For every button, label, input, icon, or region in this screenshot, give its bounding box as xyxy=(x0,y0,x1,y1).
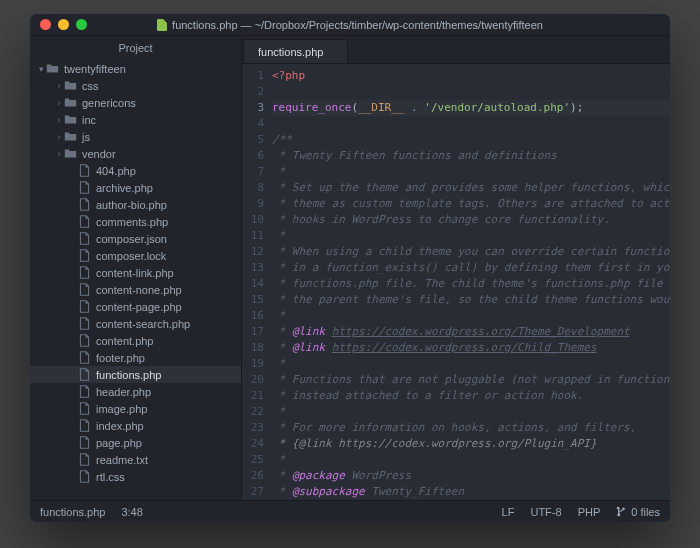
status-eol[interactable]: LF xyxy=(502,506,515,518)
line-number[interactable]: 12 xyxy=(242,244,264,260)
code-line[interactable]: * in a function_exists() call) by defini… xyxy=(272,260,670,276)
code-line[interactable]: * functions.php file. The child theme's … xyxy=(272,276,670,292)
status-git[interactable]: 0 files xyxy=(616,506,660,518)
code-editor[interactable]: 1234567891011121314151617181920212223242… xyxy=(242,64,670,500)
chevron-right-icon[interactable]: › xyxy=(54,149,64,159)
chevron-right-icon[interactable]: › xyxy=(54,81,64,91)
status-encoding[interactable]: UTF-8 xyxy=(530,506,561,518)
tree-file-header-php[interactable]: header.php xyxy=(30,383,241,400)
code-line[interactable]: * instead attached to a filter or action… xyxy=(272,388,670,404)
status-cursor-pos[interactable]: 3:48 xyxy=(121,506,142,518)
tree-file-image-php[interactable]: image.php xyxy=(30,400,241,417)
line-number[interactable]: 6 xyxy=(242,148,264,164)
tree-file-content-search-php[interactable]: content-search.php xyxy=(30,315,241,332)
line-number[interactable]: 22 xyxy=(242,404,264,420)
code-line[interactable]: * xyxy=(272,308,670,324)
code-line[interactable]: /** xyxy=(272,132,670,148)
line-number[interactable]: 9 xyxy=(242,196,264,212)
code-line[interactable]: * For more information on hooks, actions… xyxy=(272,420,670,436)
code-line[interactable]: * @link https://codex.wordpress.org/Them… xyxy=(272,324,670,340)
line-number[interactable]: 7 xyxy=(242,164,264,180)
code-line[interactable]: * the parent theme's file, so the child … xyxy=(272,292,670,308)
tree-file-footer-php[interactable]: footer.php xyxy=(30,349,241,366)
line-number[interactable]: 23 xyxy=(242,420,264,436)
minimize-icon[interactable] xyxy=(58,19,69,30)
tree-file-functions-php[interactable]: functions.php xyxy=(30,366,241,383)
tree-file-composer-lock[interactable]: composer.lock xyxy=(30,247,241,264)
code-line[interactable]: * theme as custom template tags. Others … xyxy=(272,196,670,212)
tree-folder-vendor[interactable]: ›vendor xyxy=(30,145,241,162)
file-tree[interactable]: ▾twentyfifteen›css›genericons›inc›js›ven… xyxy=(30,60,241,500)
code-line[interactable]: * @package WordPress xyxy=(272,468,670,484)
line-number[interactable]: 13 xyxy=(242,260,264,276)
line-number[interactable]: 8 xyxy=(242,180,264,196)
line-number[interactable]: 2 xyxy=(242,84,264,100)
code-line[interactable]: * @link https://codex.wordpress.org/Chil… xyxy=(272,340,670,356)
code-line[interactable]: * xyxy=(272,404,670,420)
status-file[interactable]: functions.php xyxy=(40,506,105,518)
tab-functions-php[interactable]: functions.php xyxy=(243,39,348,63)
tree-file-archive-php[interactable]: archive.php xyxy=(30,179,241,196)
tree-folder-js[interactable]: ›js xyxy=(30,128,241,145)
tree-file-content-page-php[interactable]: content-page.php xyxy=(30,298,241,315)
tab-bar[interactable]: functions.php xyxy=(242,36,670,64)
tree-file-page-php[interactable]: page.php xyxy=(30,434,241,451)
line-number[interactable]: 26 xyxy=(242,468,264,484)
line-number[interactable]: 17 xyxy=(242,324,264,340)
code-line[interactable]: * xyxy=(272,452,670,468)
maximize-icon[interactable] xyxy=(76,19,87,30)
tree-file-content-php[interactable]: content.php xyxy=(30,332,241,349)
code-line[interactable] xyxy=(272,116,670,132)
code-line[interactable]: * xyxy=(272,356,670,372)
line-number[interactable]: 24 xyxy=(242,436,264,452)
code-line[interactable]: * xyxy=(272,164,670,180)
code-line[interactable] xyxy=(272,84,670,100)
tree-file-composer-json[interactable]: composer.json xyxy=(30,230,241,247)
line-number[interactable]: 20 xyxy=(242,372,264,388)
line-number[interactable]: 19 xyxy=(242,356,264,372)
code-line[interactable]: * When using a child theme you can overr… xyxy=(272,244,670,260)
tree-folder-css[interactable]: ›css xyxy=(30,77,241,94)
code-line[interactable]: * Twenty Fifteen functions and definitio… xyxy=(272,148,670,164)
tree-file-index-php[interactable]: index.php xyxy=(30,417,241,434)
line-number[interactable]: 11 xyxy=(242,228,264,244)
code-line[interactable]: * hooks in WordPress to change core func… xyxy=(272,212,670,228)
code-line[interactable]: * @subpackage Twenty_Fifteen xyxy=(272,484,670,500)
titlebar[interactable]: functions.php — ~/Dropbox/Projects/timbe… xyxy=(30,14,670,36)
status-language[interactable]: PHP xyxy=(578,506,601,518)
tree-file-content-none-php[interactable]: content-none.php xyxy=(30,281,241,298)
line-number[interactable]: 10 xyxy=(242,212,264,228)
tree-folder-genericons[interactable]: ›genericons xyxy=(30,94,241,111)
tree-file-content-link-php[interactable]: content-link.php xyxy=(30,264,241,281)
tree-file-comments-php[interactable]: comments.php xyxy=(30,213,241,230)
line-number[interactable]: 1 xyxy=(242,68,264,84)
line-number[interactable]: 25 xyxy=(242,452,264,468)
code-line[interactable]: require_once(__DIR__ . '/vendor/autoload… xyxy=(272,100,670,116)
chevron-right-icon[interactable]: › xyxy=(54,98,64,108)
line-number[interactable]: 14 xyxy=(242,276,264,292)
tree-file-rtl-css[interactable]: rtl.css xyxy=(30,468,241,485)
line-number[interactable]: 16 xyxy=(242,308,264,324)
tree-folder-inc[interactable]: ›inc xyxy=(30,111,241,128)
line-number[interactable]: 27 xyxy=(242,484,264,500)
code-line[interactable]: * Functions that are not pluggable (not … xyxy=(272,372,670,388)
line-number[interactable]: 18 xyxy=(242,340,264,356)
line-number[interactable]: 5 xyxy=(242,132,264,148)
code-line[interactable]: * Set up the theme and provides some hel… xyxy=(272,180,670,196)
tree-file-author-bio-php[interactable]: author-bio.php xyxy=(30,196,241,213)
chevron-right-icon[interactable]: › xyxy=(54,132,64,142)
code-line[interactable]: * xyxy=(272,228,670,244)
tree-file-readme-txt[interactable]: readme.txt xyxy=(30,451,241,468)
chevron-down-icon[interactable]: ▾ xyxy=(36,64,46,74)
close-icon[interactable] xyxy=(40,19,51,30)
code-line[interactable]: * {@link https://codex.wordpress.org/Plu… xyxy=(272,436,670,452)
chevron-right-icon[interactable]: › xyxy=(54,115,64,125)
tree-file-404-php[interactable]: 404.php xyxy=(30,162,241,179)
line-number[interactable]: 4 xyxy=(242,116,264,132)
source[interactable]: <?php require_once(__DIR__ . '/vendor/au… xyxy=(272,64,670,500)
line-number[interactable]: 15 xyxy=(242,292,264,308)
code-line[interactable]: <?php xyxy=(272,68,670,84)
tree-folder-twentyfifteen[interactable]: ▾twentyfifteen xyxy=(30,60,241,77)
line-number[interactable]: 3 xyxy=(242,100,264,116)
line-number[interactable]: 21 xyxy=(242,388,264,404)
